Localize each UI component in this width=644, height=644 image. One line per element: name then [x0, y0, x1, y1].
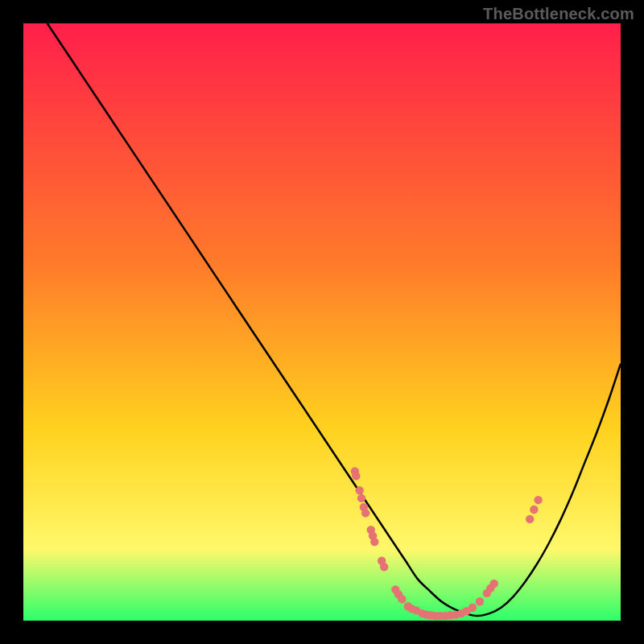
data-point — [357, 494, 365, 502]
data-point — [356, 486, 364, 494]
data-point — [534, 496, 542, 504]
chart-container: TheBottleneck.com — [0, 0, 644, 644]
data-point — [380, 563, 388, 571]
data-point — [352, 472, 360, 480]
data-point — [398, 595, 406, 603]
data-point — [469, 604, 477, 612]
data-point — [361, 509, 369, 517]
data-point — [476, 597, 484, 605]
watermark-text: TheBottleneck.com — [483, 5, 634, 23]
plot-background — [23, 23, 621, 621]
data-point — [490, 580, 498, 588]
data-point — [530, 506, 538, 514]
chart-svg — [0, 0, 644, 644]
data-point — [370, 538, 378, 546]
data-point — [526, 515, 534, 523]
